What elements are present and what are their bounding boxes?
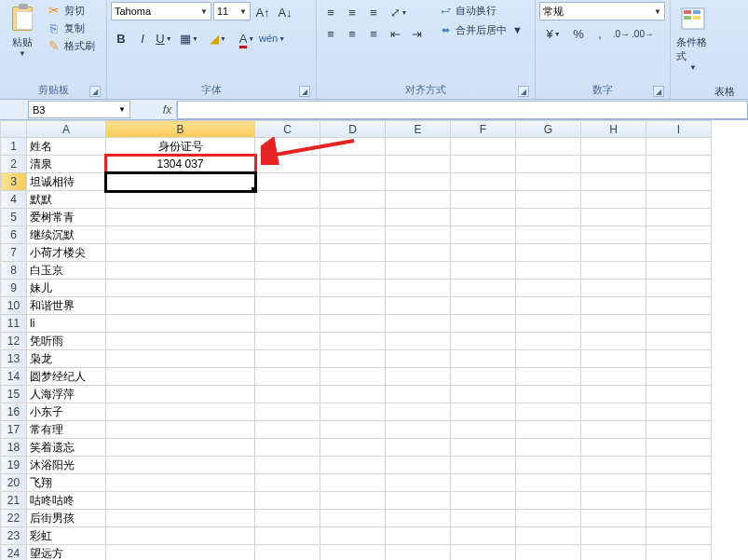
cell-E11[interactable]: [386, 315, 451, 333]
cell-F24[interactable]: [451, 545, 516, 561]
align-middle-button[interactable]: ≡: [342, 2, 362, 22]
cell-A14[interactable]: 圆梦经纪人: [27, 368, 106, 386]
row-header-4[interactable]: 4: [1, 191, 27, 209]
cell-C5[interactable]: [255, 209, 320, 226]
cell-D8[interactable]: [320, 262, 386, 280]
decrease-font-button[interactable]: A↓: [275, 2, 295, 22]
cell-C12[interactable]: [255, 333, 320, 350]
cell-H19[interactable]: [581, 457, 646, 474]
cell-A16[interactable]: 小东子: [27, 403, 106, 421]
cell-E17[interactable]: [386, 421, 451, 439]
cell-G20[interactable]: [516, 474, 581, 492]
increase-decimal-button[interactable]: .0→: [611, 23, 632, 44]
cell-E12[interactable]: [386, 333, 451, 350]
cell-B5[interactable]: [106, 209, 255, 226]
cell-I13[interactable]: [646, 350, 712, 368]
cell-C16[interactable]: [255, 403, 320, 421]
cell-A12[interactable]: 凭听雨: [27, 333, 106, 350]
cell-C19[interactable]: [255, 457, 320, 474]
cell-I23[interactable]: [646, 527, 712, 545]
cell-C1[interactable]: [255, 138, 320, 156]
cell-G2[interactable]: [516, 156, 581, 173]
cell-B9[interactable]: [106, 280, 255, 297]
phonetic-button[interactable]: wén▼: [262, 28, 282, 48]
cell-G5[interactable]: [516, 209, 581, 226]
cell-A9[interactable]: 妹儿: [27, 280, 106, 297]
cell-E22[interactable]: [386, 510, 451, 527]
cell-A23[interactable]: 彩虹: [27, 527, 106, 545]
cell-C20[interactable]: [255, 474, 320, 492]
cell-I12[interactable]: [646, 333, 712, 350]
cell-G15[interactable]: [516, 386, 581, 403]
row-header-23[interactable]: 23: [1, 527, 27, 545]
cell-C6[interactable]: [255, 226, 320, 244]
comma-button[interactable]: ,: [590, 23, 610, 44]
cell-D22[interactable]: [320, 510, 386, 527]
number-format-combo[interactable]: 常规 ▼: [539, 2, 665, 20]
cell-D23[interactable]: [320, 527, 386, 545]
cell-G22[interactable]: [516, 510, 581, 527]
cell-F14[interactable]: [451, 368, 516, 386]
row-header-1[interactable]: 1: [1, 138, 27, 156]
cell-B18[interactable]: [106, 439, 255, 457]
decrease-indent-button[interactable]: ⇤: [385, 23, 405, 44]
cell-D16[interactable]: [320, 403, 386, 421]
cell-F22[interactable]: [451, 510, 516, 527]
cell-I14[interactable]: [646, 368, 712, 386]
cell-H6[interactable]: [581, 226, 646, 244]
cell-I16[interactable]: [646, 403, 712, 421]
cell-C9[interactable]: [255, 280, 320, 297]
cell-E2[interactable]: [386, 156, 451, 173]
cell-H3[interactable]: [581, 173, 646, 191]
row-header-16[interactable]: 16: [1, 403, 27, 421]
cell-A3[interactable]: 坦诚相待: [27, 173, 106, 191]
cell-H7[interactable]: [581, 244, 646, 262]
cell-D19[interactable]: [320, 457, 386, 474]
cell-A17[interactable]: 常有理: [27, 421, 106, 439]
col-header-A[interactable]: A: [27, 121, 106, 138]
cell-F9[interactable]: [451, 280, 516, 297]
cell-H15[interactable]: [581, 386, 646, 403]
cell-A22[interactable]: 后街男孩: [27, 510, 106, 527]
cell-E4[interactable]: [386, 191, 451, 209]
cell-F4[interactable]: [451, 191, 516, 209]
cell-C17[interactable]: [255, 421, 320, 439]
cell-H18[interactable]: [581, 439, 646, 457]
accounting-format-button[interactable]: ¥▼: [539, 23, 567, 44]
cell-A13[interactable]: 枭龙: [27, 350, 106, 368]
cell-B15[interactable]: [106, 386, 255, 403]
cell-B21[interactable]: [106, 492, 255, 510]
cell-G7[interactable]: [516, 244, 581, 262]
cell-E23[interactable]: [386, 527, 451, 545]
name-box[interactable]: B3 ▼: [28, 101, 130, 118]
cell-H23[interactable]: [581, 527, 646, 545]
cell-I5[interactable]: [646, 209, 712, 226]
cell-E7[interactable]: [386, 244, 451, 262]
cell-E24[interactable]: [386, 545, 451, 561]
wrap-text-button[interactable]: ⮐ 自动换行: [435, 2, 525, 19]
cell-G4[interactable]: [516, 191, 581, 209]
cell-D24[interactable]: [320, 545, 386, 561]
col-header-I[interactable]: I: [646, 121, 712, 138]
cell-F20[interactable]: [451, 474, 516, 492]
cell-B24[interactable]: [106, 545, 255, 561]
cell-E15[interactable]: [386, 386, 451, 403]
cell-I8[interactable]: [646, 262, 712, 280]
row-header-2[interactable]: 2: [1, 156, 27, 173]
cell-F13[interactable]: [451, 350, 516, 368]
align-bottom-button[interactable]: ≡: [363, 2, 384, 22]
row-header-18[interactable]: 18: [1, 439, 27, 457]
cell-C10[interactable]: [255, 297, 320, 315]
cell-B3[interactable]: [106, 173, 255, 191]
cell-I2[interactable]: [646, 156, 712, 173]
row-header-22[interactable]: 22: [1, 510, 27, 527]
font-size-combo[interactable]: 11 ▼: [213, 2, 251, 20]
cell-H14[interactable]: [581, 368, 646, 386]
cell-E14[interactable]: [386, 368, 451, 386]
border-button[interactable]: ▦▼: [175, 28, 203, 48]
cell-G24[interactable]: [516, 545, 581, 561]
cell-B22[interactable]: [106, 510, 255, 527]
col-header-C[interactable]: C: [255, 121, 320, 138]
cell-H17[interactable]: [581, 421, 646, 439]
cell-B13[interactable]: [106, 350, 255, 368]
